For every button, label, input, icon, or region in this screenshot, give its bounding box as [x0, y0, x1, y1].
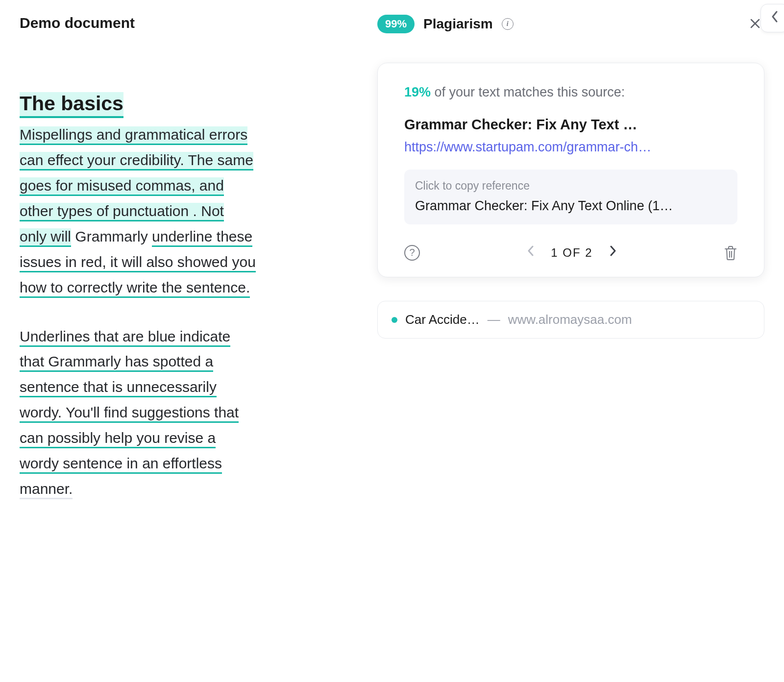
match-percent: 19%: [404, 85, 431, 99]
other-source-title: Car Accide…: [405, 312, 480, 327]
plagiarism-pane: 99% Plagiarism i 19% of your text matche…: [377, 0, 784, 682]
help-icon[interactable]: ?: [404, 245, 420, 261]
other-source-row[interactable]: Car Accide… — www.alromaysaa.com: [377, 301, 764, 339]
plagiarism-span: only will: [20, 228, 71, 247]
collapse-panel-button[interactable]: [760, 4, 784, 32]
copy-reference-box[interactable]: Click to copy reference Grammar Checker:…: [404, 170, 737, 224]
plagiarism-span: Mispellings and grammatical errors: [20, 126, 247, 145]
source-card: 19% of your text matches this source: Gr…: [377, 63, 764, 277]
info-icon[interactable]: i: [502, 18, 514, 30]
plagiarism-span: underline these: [152, 228, 252, 247]
plagiarism-span: manner.: [20, 481, 73, 499]
pager-prev-button[interactable]: [525, 243, 536, 262]
match-summary-text: of your text matches this source:: [431, 85, 625, 99]
source-title: Grammar Checker: Fix Any Text …: [404, 117, 737, 133]
plagiarism-title: Plagiarism: [423, 16, 493, 32]
separator-dash: —: [488, 312, 500, 327]
other-source-domain: www.alromaysaa.com: [508, 312, 632, 327]
source-card-footer: ? 1 OF 2: [404, 243, 737, 262]
chevron-left-icon: [770, 10, 779, 27]
plagiarism-span: wordy sentence in an effortless: [20, 455, 222, 474]
reference-text: Grammar Checker: Fix Any Text Online (1…: [415, 198, 727, 214]
paragraph-1: Mispellings and grammatical errors can e…: [20, 122, 358, 300]
plain-text: Grammarly: [71, 228, 152, 244]
pager-position: 1 OF 2: [551, 246, 592, 260]
source-pager: 1 OF 2: [525, 243, 618, 262]
plagiarism-span: can possibly help you revise a: [20, 430, 216, 448]
document-heading: The basics: [20, 92, 123, 118]
plagiarism-span: can effect your credibility. The same: [20, 152, 253, 170]
plagiarism-span: you: [232, 254, 256, 272]
document-content[interactable]: The basics Mispellings and grammatical e…: [20, 90, 358, 502]
source-indicator-dot: [392, 317, 397, 323]
plagiarism-header: 99% Plagiarism i: [377, 15, 764, 33]
plagiarism-span: other types of punctuation . Not: [20, 203, 224, 221]
delete-source-button[interactable]: [724, 245, 737, 261]
plagiarism-span: Underlines that are blue indicate: [20, 328, 230, 347]
plagiarism-span: how to correctly write the sentence.: [20, 279, 250, 298]
pager-next-button[interactable]: [608, 243, 618, 262]
document-pane: Demo document The basics Mispellings and…: [0, 0, 377, 682]
plagiarism-span: sentence that is unnecessarily: [20, 379, 217, 397]
match-summary: 19% of your text matches this source:: [404, 85, 737, 100]
plagiarism-span: that Grammarly has spotted a: [20, 353, 213, 372]
plagiarism-span: wordy. You'll find suggestions that: [20, 404, 239, 423]
plagiarism-span: goes for misused commas, and: [20, 177, 224, 196]
paragraph-2: Underlines that are blue indicate that G…: [20, 324, 358, 502]
plagiarism-span: issues in red, it will also showed: [20, 254, 232, 272]
document-title: Demo document: [20, 15, 358, 31]
source-url-link[interactable]: https://www.startupam.com/grammar-ch…: [404, 140, 737, 155]
copy-reference-label: Click to copy reference: [415, 179, 727, 193]
plagiarism-score-badge: 99%: [377, 15, 415, 33]
